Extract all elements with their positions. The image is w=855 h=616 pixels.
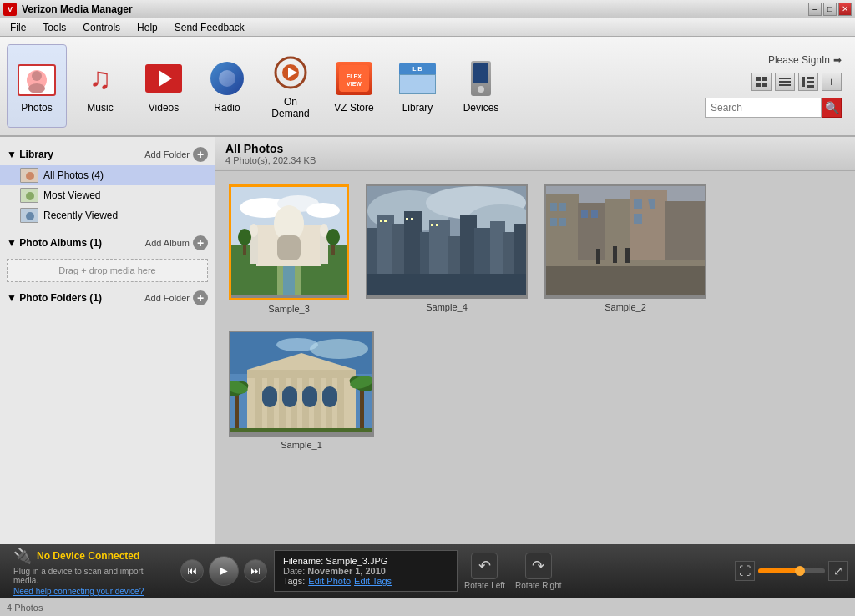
photos-icon-wrap (17, 58, 57, 98)
photo-item-sample2[interactable]: Sample_2 (544, 184, 706, 314)
svg-rect-86 (596, 249, 600, 264)
app-logo: V (3, 3, 17, 16)
menu-controls[interactable]: Controls (76, 20, 127, 35)
sidebar-all-photos[interactable]: All Photos (4) (0, 165, 215, 185)
skip-back-button[interactable]: ⏮ (180, 559, 204, 583)
svg-point-30 (306, 203, 340, 218)
photo-thumb-sample1 (229, 331, 374, 437)
photo-folders-header-left: ▼ Photo Folders (1) (7, 292, 102, 304)
file-date: Date: November 1, 2010 (283, 566, 448, 576)
library-title: Library (19, 149, 53, 160)
rotate-left-button[interactable]: ↶ Rotate Left (464, 553, 505, 590)
svg-rect-78 (559, 218, 566, 226)
edit-tags-link[interactable]: Edit Tags (354, 576, 392, 586)
sidebar-most-viewed[interactable]: Most Viewed (0, 185, 215, 205)
search-icon: 🔍 (825, 101, 839, 114)
library-section-header[interactable]: ▼ Library Add Folder + (0, 144, 215, 165)
photo-albums-arrow: ▼ (7, 237, 19, 249)
volume-slider[interactable] (758, 568, 825, 573)
radio-icon-wrap (207, 58, 247, 98)
fullscreen-icon: ⤢ (833, 564, 843, 578)
add-folder2-button[interactable]: + (193, 290, 208, 305)
nav-library[interactable]: LIB Library (387, 44, 448, 128)
photo-sample3-img (231, 187, 347, 295)
most-viewed-thumb-img (21, 189, 38, 203)
skip-forward-button[interactable]: ⏭ (244, 559, 267, 583)
search-input[interactable] (705, 98, 822, 118)
add-folder2-label: Add Folder (144, 293, 190, 303)
grid-icon (755, 76, 768, 88)
file-info: Filename: Sample_3.JPG Date: November 1,… (274, 550, 458, 592)
title-bar-left: V Verizon Media Manager (3, 3, 133, 16)
menu-tools[interactable]: Tools (36, 20, 73, 35)
volume-thumb[interactable] (795, 566, 805, 576)
search-button[interactable]: 🔍 (822, 98, 842, 118)
drag-drop-zone: Drag + drop media here (7, 259, 208, 282)
photo-albums-section-header[interactable]: ▼ Photo Albums (1) Add Album + (0, 232, 215, 254)
photo-item-sample1[interactable]: Sample_1 (229, 331, 374, 450)
nav-radio[interactable]: Radio (197, 44, 257, 128)
svg-rect-76 (559, 203, 566, 211)
grid-view-button[interactable] (751, 73, 772, 91)
tags-label: Tags: (283, 576, 305, 586)
nav-music[interactable]: ♫ Music (70, 44, 130, 128)
add-album-label: Add Album (145, 238, 190, 248)
details-view-button[interactable] (798, 73, 818, 91)
add-folder-button[interactable]: + (193, 147, 208, 162)
title-bar: V Verizon Media Manager – □ ✕ (0, 0, 855, 18)
close-button[interactable]: ✕ (838, 3, 852, 16)
menu-help[interactable]: Help (130, 20, 164, 35)
signin-text: Please SignIn (768, 54, 830, 66)
nav-photos[interactable]: Photos (7, 44, 67, 128)
device-info: 🔌 No Device Connected Plug in a device t… (7, 543, 174, 599)
fullscreen-button[interactable]: ⤢ (828, 561, 848, 581)
maximize-button[interactable]: □ (823, 3, 837, 16)
window-controls: – □ ✕ (808, 3, 852, 16)
minimize-button[interactable]: – (808, 3, 822, 16)
folders-add: Add Folder + (144, 290, 208, 305)
photo-item-sample3[interactable]: Sample_3 (229, 184, 349, 314)
playback-controls: ⏮ ► ⏭ (180, 556, 267, 586)
photo-thumb-sample3 (229, 184, 349, 300)
view-controls: i (751, 73, 842, 91)
svg-rect-109 (235, 391, 239, 432)
menu-file[interactable]: File (3, 20, 33, 35)
menu-send-feedback[interactable]: Send Feedback (168, 20, 251, 35)
vzstore-label: VZ Store (334, 102, 373, 114)
library-top: LIB (399, 63, 436, 74)
nav-devices[interactable]: Devices (451, 44, 511, 128)
photo-thumb-sample4 (366, 184, 528, 299)
add-album-button[interactable]: + (193, 235, 208, 250)
vzstore-icon-wrap: FLEX VIEW (334, 58, 374, 98)
devices-icon-wrap (461, 58, 501, 98)
svg-rect-62 (384, 220, 387, 222)
svg-point-2 (32, 71, 42, 81)
sidebar-recently-viewed[interactable]: Recently Viewed (0, 205, 215, 225)
ondemand-icon (272, 56, 309, 89)
info-icon: i (830, 76, 832, 88)
photo-thumb-sample2 (544, 184, 706, 299)
photo-folders-section-header[interactable]: ▼ Photo Folders (1) Add Folder + (0, 287, 215, 309)
svg-rect-20 (807, 85, 814, 88)
info-button[interactable]: i (822, 73, 842, 91)
rotate-right-button[interactable]: ↷ Rotate Right (515, 553, 562, 590)
screen-fit-button[interactable]: ⛶ (735, 561, 755, 581)
edit-photo-link[interactable]: Edit Photo (308, 576, 351, 586)
device-help-link[interactable]: Need help connecting your device? (13, 587, 167, 596)
music-icon: ♫ (89, 63, 112, 93)
list-view-button[interactable] (775, 73, 795, 91)
nav-videos[interactable]: Videos (134, 44, 194, 128)
play-button[interactable]: ► (209, 556, 239, 586)
nav-vzstore[interactable]: FLEX VIEW VZ Store (324, 44, 384, 128)
skip-forward-icon: ⏭ (250, 565, 261, 577)
photo-folders-title: Photo Folders (1) (19, 292, 102, 304)
photos-icon (17, 60, 57, 97)
svg-rect-12 (756, 83, 761, 87)
toolbar: Photos ♫ Music Videos Radi (0, 37, 855, 137)
rotate-left-label: Rotate Left (464, 581, 505, 590)
devices-icon (471, 61, 491, 96)
svg-rect-10 (756, 77, 761, 81)
nav-ondemand[interactable]: On Demand (261, 44, 321, 128)
svg-rect-115 (230, 428, 372, 432)
photo-item-sample4[interactable]: Sample_4 (366, 184, 528, 314)
